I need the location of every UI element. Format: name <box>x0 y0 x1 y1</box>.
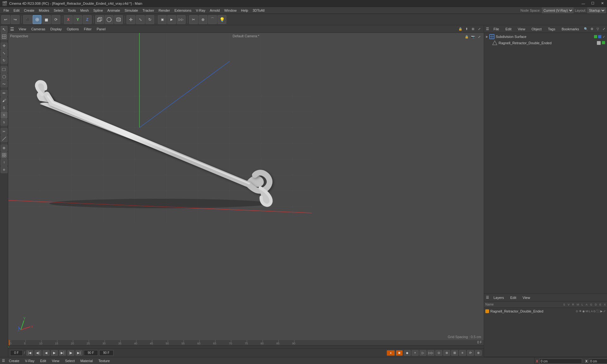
obj-item-subdiv[interactable]: ▶ Subdivision Surface ✓ <box>485 33 606 40</box>
minimize-button[interactable]: — <box>579 0 588 7</box>
render-region[interactable]: ▣ <box>158 15 167 24</box>
obj-bookmarks-menu[interactable]: Bookmarks <box>560 27 581 32</box>
obj-expand-subdiv[interactable]: ▶ <box>486 35 488 38</box>
mat-vray[interactable]: V-Ray <box>23 358 36 363</box>
vt-view[interactable]: View <box>17 27 28 32</box>
obj-search[interactable]: 🔍 <box>583 27 588 32</box>
vt-hamburger[interactable]: ☰ <box>10 27 14 32</box>
layer-icon-l[interactable]: L <box>589 310 590 313</box>
obj-check[interactable]: ✓ <box>603 35 605 39</box>
layer-icon-m[interactable]: M <box>586 310 588 313</box>
axis-z[interactable]: Z <box>83 15 92 24</box>
obj-object-menu[interactable]: Object <box>530 27 543 32</box>
vt-expand[interactable]: ⬆ <box>464 27 469 32</box>
layer-icon-a[interactable]: A <box>591 310 593 313</box>
close-button[interactable]: ✕ <box>598 0 607 7</box>
lt-sculpt[interactable]: S <box>1 104 8 111</box>
lt-select-rect[interactable] <box>1 66 8 73</box>
anim-btn-2[interactable]: ⏺ <box>396 350 403 356</box>
anim-btn-4[interactable]: + <box>412 350 419 356</box>
lt-mirror[interactable]: ⌇ <box>1 159 8 166</box>
layer-icon-v[interactable]: 👁 <box>579 310 582 313</box>
anim-btn-5[interactable]: ▷ <box>420 350 426 356</box>
start-frame-input[interactable] <box>10 350 23 356</box>
tool-knife[interactable]: ✂ <box>189 15 198 24</box>
vt-maximize[interactable]: ⤢ <box>477 27 482 32</box>
menu-simulate[interactable]: Simulate <box>122 8 140 13</box>
lt-knife[interactable]: ✂ <box>1 128 8 135</box>
tool-rotate[interactable]: ↻ <box>145 15 154 24</box>
layer-icon-d[interactable]: ⬛ <box>596 310 600 313</box>
redo-button[interactable]: ↪ <box>11 15 20 24</box>
vt-lock[interactable]: 🔒 <box>458 27 463 32</box>
lt-pen[interactable]: ✏ <box>1 90 8 97</box>
vt-filter[interactable]: Filter <box>82 27 93 32</box>
obj-item-mesh[interactable]: Ragnell_Retractor_Double_Ended <box>485 40 606 46</box>
obj-edit-menu[interactable]: Edit <box>504 27 513 32</box>
menu-help[interactable]: Help <box>239 8 250 13</box>
vp-icon-max[interactable]: ⤢ <box>477 34 482 39</box>
lt-select-lasso[interactable]: 〜 <box>1 81 8 88</box>
end-frame-input[interactable] <box>84 350 98 356</box>
tool-magnet[interactable]: ⊕ <box>199 15 207 24</box>
anim-btn-6[interactable]: ▷▷ <box>427 350 434 356</box>
tool-scale[interactable]: ⤡ <box>136 15 145 24</box>
lt-scale[interactable]: ⤡ <box>1 50 8 57</box>
vt-options[interactable]: Options <box>65 27 81 32</box>
viewport[interactable]: Perspective Default Camera:* 🔒 📷 ⤢ X Y <box>8 33 484 340</box>
obj-file-menu[interactable]: File <box>492 27 501 32</box>
play-start-button[interactable]: |◀ <box>26 350 33 356</box>
mat-texture[interactable]: Texture <box>96 358 112 363</box>
mat-view[interactable]: View <box>50 358 61 363</box>
play-prev-button[interactable]: ◀| <box>34 350 41 356</box>
obj-hamburger[interactable]: ☰ <box>486 27 489 31</box>
mode-scene[interactable]: ◼ <box>42 15 51 24</box>
mode-object[interactable]: ⊕ <box>33 15 41 24</box>
lt-sculpt3[interactable]: S <box>1 119 8 126</box>
render-all[interactable]: ▷▷ <box>177 15 186 24</box>
lt-move[interactable]: ✛ <box>1 42 8 49</box>
render-view[interactable]: ▶ <box>167 15 176 24</box>
menu-spline[interactable]: Spline <box>91 8 105 13</box>
lt-transform[interactable] <box>1 33 8 40</box>
obj-filter[interactable]: ▽ <box>595 27 600 32</box>
undo-button[interactable]: ↩ <box>1 15 10 24</box>
mat-hamburger[interactable]: ☰ <box>2 359 5 363</box>
node-space-select[interactable]: Current (V-Ray) <box>542 8 573 13</box>
mat-create[interactable]: Create <box>7 358 21 363</box>
tool-light[interactable]: 💡 <box>218 15 226 24</box>
menu-tracker[interactable]: Tracker <box>140 8 156 13</box>
play-prev-frame[interactable]: ◀ <box>43 350 50 356</box>
menu-window[interactable]: Window <box>222 8 239 13</box>
mat-select[interactable]: Select <box>63 358 77 363</box>
end-frame2-input[interactable] <box>99 350 113 356</box>
anim-btn-11[interactable]: ⟳ <box>467 350 474 356</box>
lt-magnet[interactable]: ⊕ <box>1 144 8 151</box>
menu-edit[interactable]: Edit <box>11 8 22 13</box>
play-end-button[interactable]: ▶| <box>76 350 83 356</box>
layer-icon-g[interactable]: G <box>593 310 596 313</box>
menu-select[interactable]: Select <box>52 8 66 13</box>
tool-bend[interactable]: ⌒ <box>208 15 217 24</box>
tool-move[interactable]: ✛ <box>126 15 135 24</box>
menu-render[interactable]: Render <box>156 8 172 13</box>
vt-cameras[interactable]: Cameras <box>29 27 47 32</box>
mat-edit[interactable]: Edit <box>38 358 48 363</box>
vp-icon-lock[interactable]: 🔒 <box>464 34 469 39</box>
layer-icon-x[interactable]: ⤢ <box>603 310 606 313</box>
tool-sphere[interactable] <box>105 15 113 24</box>
play-next-button[interactable]: |▶ <box>67 350 74 356</box>
axis-y[interactable]: Y <box>73 15 82 24</box>
lt-select-circle[interactable] <box>1 73 8 80</box>
vt-display[interactable]: Display <box>48 27 64 32</box>
menu-modes[interactable]: Modes <box>37 8 52 13</box>
lt-measure[interactable] <box>1 135 8 142</box>
anim-btn-12[interactable]: ⊕ <box>475 350 482 356</box>
obj-view-menu[interactable]: View <box>516 27 527 32</box>
obj-tags-menu[interactable]: Tags <box>546 27 557 32</box>
mat-material[interactable]: Material <box>78 358 95 363</box>
menu-file[interactable]: File <box>1 8 11 13</box>
layer-icon-e[interactable]: ▶ <box>600 310 603 313</box>
menu-mesh[interactable]: Mesh <box>78 8 91 13</box>
lt-brush[interactable]: 🖌 <box>1 97 8 104</box>
